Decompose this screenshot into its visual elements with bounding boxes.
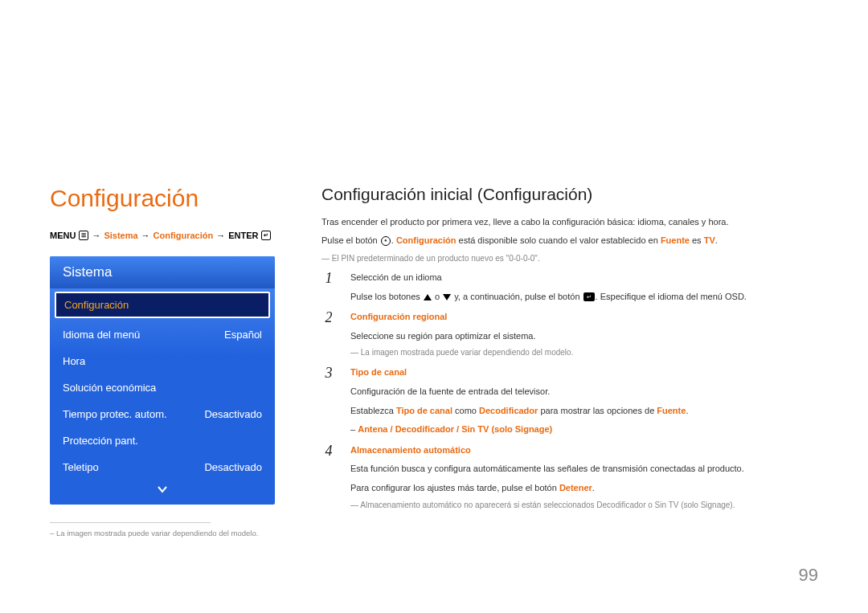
step-number: 2 <box>321 310 336 359</box>
breadcrumb: MENU ☰ → Sistema → Configuración → ENTER… <box>50 230 275 242</box>
text: como <box>452 406 479 415</box>
step-body: Configuración regional Seleccione su reg… <box>350 310 818 359</box>
text: es <box>690 235 704 245</box>
text: para mostrar las opciones de <box>538 406 657 415</box>
osd-item-configuracion[interactable]: Configuración <box>55 292 270 318</box>
step-1: 1 Selección de un idioma Pulse los boton… <box>321 271 818 304</box>
step-body: Selección de un idioma Pulse los botones… <box>350 271 818 304</box>
osd-item-label: Tiempo protec. autom. <box>63 408 167 420</box>
step-title: Configuración regional <box>350 312 447 321</box>
osd-item-label: Teletipo <box>63 461 99 473</box>
osd-item-solucion[interactable]: Solución económica <box>50 374 275 401</box>
page-number: 99 <box>799 565 818 586</box>
step-body: Tipo de canal Configuración de la fuente… <box>350 366 818 436</box>
text: Tipo de canal <box>396 406 452 415</box>
intro-paragraph-1: Tras encender el producto por primera ve… <box>321 215 818 229</box>
text: Detener <box>559 483 592 492</box>
text: Establezca <box>350 406 396 415</box>
step-title: Selección de un idioma <box>350 272 442 282</box>
text: Fuente <box>657 406 686 415</box>
text: . <box>715 235 718 245</box>
text: o <box>432 292 442 301</box>
text: está disponible solo cuando el valor est… <box>456 235 660 245</box>
text: Sin TV (solo Signage) <box>655 501 733 509</box>
chevron-down-icon <box>157 485 168 493</box>
text: . <box>592 483 595 492</box>
osd-item-label: Protección pant. <box>63 435 138 447</box>
osd-item-teletipo[interactable]: Teletipo Desactivado <box>50 454 275 480</box>
enter-icon: ↵ <box>583 292 595 301</box>
document-page: Configuración MENU ☰ → Sistema → Configu… <box>0 0 868 564</box>
text: Esta función busca y configura automátic… <box>350 462 818 476</box>
step-note: Almacenamiento automático no aparecerá s… <box>350 499 818 512</box>
breadcrumb-sistema: Sistema <box>104 230 137 242</box>
step-number: 1 <box>321 271 336 304</box>
step-number: 3 <box>321 366 336 436</box>
step-3: 3 Tipo de canal Configuración de la fuen… <box>321 366 818 436</box>
pin-note: El PIN predeterminado de un producto nue… <box>321 252 818 264</box>
step-4: 4 Almacenamiento automático Esta función… <box>321 443 818 512</box>
osd-item-tiempo[interactable]: Tiempo protec. autom. Desactivado <box>50 401 275 427</box>
right-title: Configuración inicial (Configuración) <box>321 185 818 204</box>
osd-item-proteccion[interactable]: Protección pant. <box>50 427 275 454</box>
right-column: Configuración inicial (Configuración) Tr… <box>321 185 818 540</box>
text: y, a continuación, pulse el botón <box>452 292 582 301</box>
divider <box>50 522 211 523</box>
arrow-icon: → <box>92 230 100 242</box>
text: Fuente <box>661 235 690 245</box>
osd-item-value: Desactivado <box>204 408 262 420</box>
text: Pulse el botón <box>321 235 380 245</box>
text: no aparecerá si están seleccionados <box>461 501 596 509</box>
osd-header: Sistema <box>50 256 275 288</box>
step-title: Tipo de canal <box>350 367 407 377</box>
text: Para configurar los ajustes más tarde, p… <box>350 483 559 492</box>
text: Configuración <box>396 235 457 245</box>
circle-play-icon: ● <box>381 236 391 246</box>
text: . <box>733 501 735 509</box>
step-title: Almacenamiento automático <box>350 445 471 455</box>
text: Pulse los botones <box>350 292 423 301</box>
osd-item-label: Solución económica <box>63 382 156 394</box>
text: . <box>686 406 688 415</box>
step-options: Antena / Decodificador / Sin TV (solo Si… <box>358 424 552 434</box>
osd-item-label: Hora <box>63 355 85 367</box>
text: Seleccione su región para optimizar el s… <box>350 329 818 344</box>
left-footnote: La imagen mostrada puede variar dependie… <box>50 528 275 539</box>
step-2: 2 Configuración regional Seleccione su r… <box>321 310 818 359</box>
osd-scroll-down[interactable] <box>50 480 275 501</box>
osd-item-idioma[interactable]: Idioma del menú Español <box>50 321 275 348</box>
triangle-down-icon <box>443 294 451 300</box>
breadcrumb-menu: MENU <box>50 230 76 242</box>
breadcrumb-config: Configuración <box>154 230 214 242</box>
text: TV <box>704 235 715 245</box>
step-note: La imagen mostrada puede variar dependie… <box>350 346 818 359</box>
breadcrumb-enter: ENTER <box>228 230 258 242</box>
osd-item-hora[interactable]: Hora <box>50 348 275 374</box>
text: o <box>645 501 654 509</box>
text: . Especifique el idioma del menú OSD. <box>596 292 747 301</box>
osd-item-label: Configuración <box>64 299 129 311</box>
osd-item-label: Idioma del menú <box>63 329 140 341</box>
step-number: 4 <box>321 443 336 512</box>
text: Decodificador <box>596 501 645 509</box>
intro-paragraph-2: Pulse el botón ●. Configuración está dis… <box>321 234 818 247</box>
osd-item-value: Español <box>224 329 262 341</box>
menu-icon: ☰ <box>79 231 88 240</box>
osd-item-value: Desactivado <box>204 461 262 473</box>
osd-panel: Sistema Configuración Idioma del menú Es… <box>50 256 275 505</box>
section-title: Configuración <box>50 185 275 212</box>
text: Configuración de la fuente de entrada de… <box>350 385 818 399</box>
left-column: Configuración MENU ☰ → Sistema → Configu… <box>50 185 275 540</box>
text: Almacenamiento automático <box>360 501 461 509</box>
step-body: Almacenamiento automático Esta función b… <box>350 443 818 512</box>
arrow-icon: → <box>141 230 150 242</box>
enter-icon: ↵ <box>261 231 271 240</box>
arrow-icon: → <box>216 230 225 242</box>
text: Decodificador <box>479 406 538 415</box>
triangle-up-icon <box>424 294 432 300</box>
